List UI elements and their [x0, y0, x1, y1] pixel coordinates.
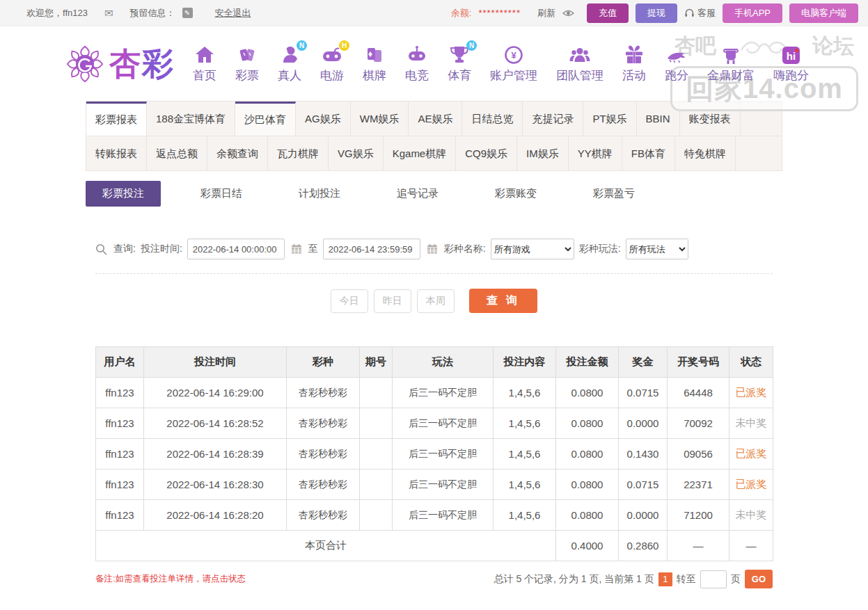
lottery-cell: 杏彩秒秒彩	[287, 469, 360, 500]
start-time-input[interactable]	[187, 239, 285, 259]
amount-cell: 0.0800	[556, 439, 619, 469]
report-tab[interactable]: VG娱乐	[329, 136, 384, 170]
withdraw-button[interactable]: 提现	[636, 3, 677, 23]
status-cell[interactable]: 已派奖	[729, 469, 773, 500]
watermark-right-text: 论坛	[812, 32, 854, 61]
main-nav-item[interactable]: 首页	[193, 44, 216, 83]
main-nav-label: 活动	[622, 67, 646, 83]
table-header-cell: 彩种	[287, 347, 360, 378]
calendar-icon[interactable]	[291, 243, 302, 255]
lottery-cell: 杏彩秒秒彩	[287, 378, 360, 408]
calendar-icon[interactable]	[427, 243, 438, 255]
eye-icon[interactable]	[562, 9, 574, 17]
nav-badge: H	[339, 40, 349, 51]
report-tab[interactable]: 特兔棋牌	[675, 136, 736, 170]
envelope-icon[interactable]: ✉	[104, 7, 113, 19]
end-time-input[interactable]	[323, 239, 420, 259]
flower-logo-icon	[65, 44, 105, 84]
report-tab[interactable]: PT娱乐	[583, 102, 636, 136]
svg-text:¥: ¥	[511, 50, 516, 61]
main-nav-item[interactable]: 跑分	[665, 44, 688, 83]
go-button[interactable]: GO	[745, 570, 773, 588]
refresh-balance-button[interactable]: 刷新	[537, 7, 555, 19]
balance-masked-value: **********	[478, 8, 521, 18]
lottery-subtab[interactable]: 计划投注	[282, 181, 357, 207]
report-tab[interactable]: 转账报表	[86, 136, 147, 170]
status-cell[interactable]: 未中奖	[729, 408, 773, 439]
play-type-select[interactable]: 所有玩法	[626, 239, 688, 259]
main-nav-label: 棋牌	[363, 67, 386, 83]
lottery-subtab[interactable]: 彩票日结	[184, 181, 259, 207]
report-tab[interactable]: AE娱乐	[409, 102, 462, 136]
report-tab[interactable]: 充提记录	[523, 102, 583, 136]
logout-link[interactable]: 安全退出	[215, 7, 251, 19]
current-page-button[interactable]: 1	[658, 572, 672, 586]
time-cell: 2022-06-14 16:28:30	[144, 469, 287, 500]
content-cell: 1,4,5,6	[494, 439, 556, 469]
lottery-subtab[interactable]: 彩票投注	[86, 181, 161, 207]
report-tab[interactable]: Kgame棋牌	[384, 136, 457, 170]
table-header-cell: 奖金	[619, 347, 668, 378]
lottery-subtab[interactable]: 彩票盈亏	[576, 181, 652, 207]
customer-service-link[interactable]: 客服	[684, 7, 716, 19]
yesterday-button[interactable]: 昨日	[374, 289, 411, 313]
table-header-row: 用户名投注时间彩种期号玩法投注内容投注金额奖金开奖号码状态	[96, 347, 773, 378]
main-nav-item[interactable]: H电游	[320, 44, 344, 83]
main-nav-item[interactable]: 棋牌	[363, 44, 386, 83]
home-icon	[194, 44, 216, 66]
report-tab[interactable]: YY棋牌	[569, 136, 622, 170]
status-cell[interactable]: 已派奖	[729, 378, 773, 408]
report-tab[interactable]: 返点总额	[147, 136, 207, 170]
prize-cell: 0.0000	[619, 408, 668, 439]
report-tab[interactable]: 瓦力棋牌	[268, 136, 329, 170]
main-nav-item[interactable]: hi嗨跑分	[773, 44, 809, 83]
report-tab[interactable]: CQ9娱乐	[456, 136, 517, 170]
main-nav-item[interactable]: ¥账户管理	[490, 44, 537, 83]
goto-page-input[interactable]	[700, 570, 727, 588]
report-tab[interactable]: 彩票报表	[86, 102, 147, 136]
main-nav-item[interactable]: 金鼎财富	[707, 44, 755, 83]
lottery-name-select[interactable]: 所有游戏	[491, 239, 574, 259]
numbers-cell: 22371	[668, 469, 729, 500]
to-label: 至	[308, 243, 318, 255]
report-tab[interactable]: FB体育	[622, 136, 675, 170]
main-nav-item[interactable]: N体育	[448, 44, 471, 83]
main-nav-item[interactable]: 团队管理	[556, 44, 603, 83]
recharge-button[interactable]: 充值	[587, 3, 629, 23]
status-cell[interactable]: 未中奖	[729, 500, 773, 531]
report-tab[interactable]: WM娱乐	[351, 102, 409, 136]
search-submit-button[interactable]: 查 询	[469, 289, 537, 313]
report-tab[interactable]: 日结总览	[462, 102, 523, 136]
report-tab[interactable]: 188金宝博体育	[147, 102, 235, 136]
main-nav-label: 账户管理	[490, 67, 537, 83]
report-tab[interactable]: 账变报表	[680, 102, 741, 136]
report-tab[interactable]: 余额查询	[207, 136, 268, 170]
table-header-cell: 玩法	[393, 347, 494, 378]
summary-prize-total: 0.2860	[619, 531, 668, 561]
main-nav-item[interactable]: 电竞	[405, 44, 429, 83]
lottery-cell: 杏彩秒秒彩	[287, 439, 360, 469]
pc-client-button[interactable]: 电脑客户端	[789, 3, 858, 23]
pagination-summary-text: 总计 5 个记录, 分为 1 页, 当前第 1 页	[494, 573, 654, 586]
this-week-button[interactable]: 本周	[417, 289, 455, 313]
lottery-subtab[interactable]: 追号记录	[380, 181, 455, 207]
site-logo[interactable]: 杏彩	[65, 43, 175, 85]
play-cell: 后三一码不定胆	[393, 439, 494, 469]
today-button[interactable]: 今日	[331, 289, 368, 313]
lottery-subtab[interactable]: 彩票账变	[478, 181, 553, 207]
report-tab[interactable]: AG娱乐	[296, 102, 351, 136]
table-header-cell: 状态	[729, 347, 773, 378]
lottery-subtabs: 彩票投注彩票日结计划投注追号记录彩票账变彩票盈亏	[86, 181, 782, 207]
report-tab[interactable]: BBIN	[637, 102, 680, 136]
play-cell: 后三一码不定胆	[393, 469, 494, 500]
main-nav-item[interactable]: N真人	[278, 44, 301, 83]
main-nav-item[interactable]: 彩票	[235, 44, 259, 83]
edit-pencil-icon[interactable]: ✎	[182, 8, 193, 18]
report-tab[interactable]: 沙巴体育	[235, 102, 296, 136]
numbers-cell: 09056	[668, 439, 729, 469]
status-cell[interactable]: 已派奖	[729, 439, 773, 469]
report-tab[interactable]: IM娱乐	[517, 136, 569, 170]
main-nav-item[interactable]: 活动	[622, 44, 646, 83]
logo-text: 杏彩	[109, 43, 175, 85]
mobile-app-button[interactable]: 手机APP	[723, 3, 782, 23]
